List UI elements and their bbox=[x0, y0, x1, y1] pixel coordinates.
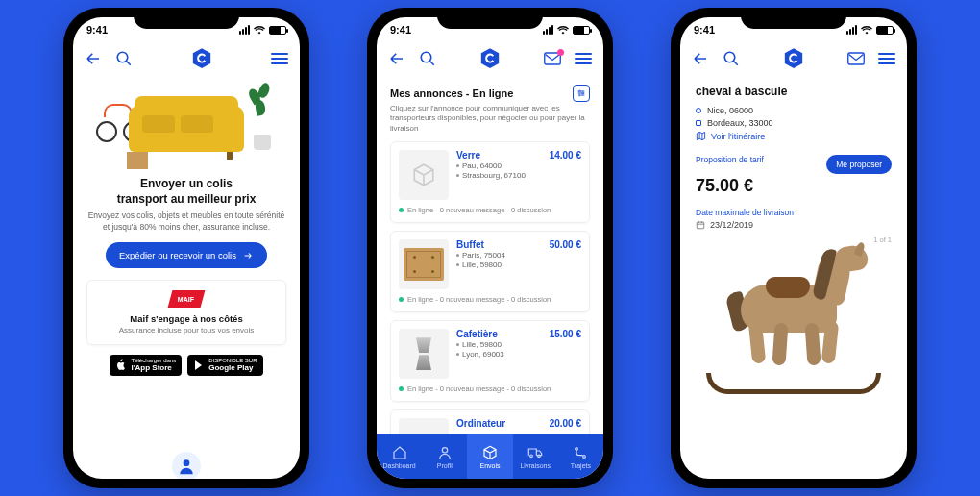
tab-envois[interactable]: Envois bbox=[467, 434, 512, 479]
headline-line2: transport au meilleur prix bbox=[117, 192, 257, 206]
plant-illustration bbox=[246, 83, 279, 150]
headline: Envoyer un colis transport au meilleur p… bbox=[86, 177, 286, 207]
arrow-right-icon bbox=[242, 251, 254, 260]
listings-content: Mes annonces - En ligne Cliquez sur l'an… bbox=[377, 75, 603, 479]
svg-point-8 bbox=[576, 447, 578, 450]
item-title: cheval à bascule bbox=[696, 85, 892, 98]
battery-icon bbox=[876, 26, 894, 35]
svg-point-4 bbox=[579, 90, 581, 92]
status-time: 9:41 bbox=[694, 24, 715, 36]
headline-line1: Envoyer un colis bbox=[140, 177, 233, 190]
svg-point-7 bbox=[442, 447, 447, 452]
listing-thumb-buffet bbox=[399, 239, 449, 289]
svg-rect-11 bbox=[848, 53, 865, 64]
tab-profil[interactable]: Profil bbox=[422, 434, 467, 479]
sub-headline: Envoyez vos colis, objets et meubles en … bbox=[86, 211, 286, 233]
wifi-icon bbox=[254, 25, 265, 35]
listing-thumb-cafetiere bbox=[399, 329, 449, 379]
calendar-icon bbox=[696, 220, 705, 230]
online-dot-icon bbox=[399, 297, 404, 302]
deadline-value: 23/12/2019 bbox=[696, 220, 892, 230]
cta-label: Expédier ou recevoir un colis bbox=[119, 250, 236, 260]
back-icon[interactable] bbox=[692, 50, 709, 67]
propose-button[interactable]: Me proposer bbox=[826, 155, 892, 174]
wifi-icon bbox=[861, 25, 872, 35]
filter-icon[interactable] bbox=[573, 85, 590, 102]
svg-point-9 bbox=[583, 455, 586, 458]
search-icon[interactable] bbox=[723, 50, 740, 67]
listing-title: Buffet bbox=[456, 239, 484, 250]
signal-icon bbox=[543, 25, 553, 35]
search-icon[interactable] bbox=[115, 50, 133, 67]
googleplay-badge[interactable]: DISPONIBLE SURGoogle Play bbox=[187, 355, 262, 375]
view-itinerary-link[interactable]: Voir l'itinéraire bbox=[696, 131, 892, 141]
notch bbox=[134, 8, 239, 29]
listing-price: 14.00 € bbox=[550, 150, 581, 161]
origin-dot-icon bbox=[696, 108, 701, 113]
package-icon bbox=[482, 445, 498, 460]
appstore-badge[interactable]: Télécharger dansl'App Store bbox=[110, 355, 182, 375]
app-logo bbox=[192, 48, 211, 69]
listing-card[interactable]: Cafetière15.00 € Lille, 59800 Lyon, 6900… bbox=[390, 320, 590, 402]
primary-cta-button[interactable]: Expédier ou recevoir un colis bbox=[106, 242, 267, 268]
home-content: Envoyer un colis transport au meilleur p… bbox=[73, 75, 300, 479]
svg-point-10 bbox=[724, 52, 735, 62]
phone-frame-3: 9:41 cheval à bascule Nice, 06000 Bordea… bbox=[671, 8, 917, 488]
notch bbox=[437, 8, 543, 29]
mail-icon[interactable] bbox=[847, 52, 865, 65]
listing-thumb-placeholder bbox=[399, 150, 449, 200]
maif-sub: Assurance incluse pour tous vos envois bbox=[97, 326, 276, 335]
detail-content: cheval à bascule Nice, 06000 Bordeaux, 3… bbox=[680, 75, 907, 479]
notch bbox=[741, 8, 846, 29]
box-illustration bbox=[127, 152, 148, 169]
status-right bbox=[239, 25, 286, 35]
svg-point-5 bbox=[582, 92, 584, 94]
listing-title: Verre bbox=[456, 150, 480, 161]
online-dot-icon bbox=[399, 386, 404, 391]
listing-title: Ordinateur bbox=[456, 418, 505, 429]
menu-icon[interactable] bbox=[575, 53, 592, 64]
truck-icon bbox=[527, 445, 543, 460]
mail-icon[interactable] bbox=[544, 52, 561, 65]
signal-icon bbox=[846, 25, 857, 35]
route-to: Bordeaux, 33000 bbox=[696, 118, 892, 128]
status-time: 9:41 bbox=[390, 24, 411, 36]
listing-title: Cafetière bbox=[456, 329, 498, 339]
item-photo-rocking-horse[interactable] bbox=[702, 246, 885, 400]
tab-livraisons[interactable]: Livraisons bbox=[513, 434, 558, 479]
listing-to: Strasbourg, 67100 bbox=[456, 171, 581, 180]
listing-card[interactable]: Verre14.00 € Pau, 64000 Strasbourg, 6710… bbox=[390, 141, 590, 223]
support-avatar[interactable] bbox=[170, 450, 203, 479]
screen-detail: 9:41 cheval à bascule Nice, 06000 Bordea… bbox=[680, 17, 907, 479]
wifi-icon bbox=[557, 25, 569, 35]
store-badges: Télécharger dansl'App Store DISPONIBLE S… bbox=[86, 355, 286, 375]
listing-status: En ligne - 0 nouveau message - 0 discuss… bbox=[399, 384, 581, 393]
home-icon bbox=[392, 445, 407, 460]
top-bar bbox=[73, 42, 300, 75]
listing-status: En ligne - 0 nouveau message - 0 discuss… bbox=[399, 206, 581, 214]
package-icon bbox=[411, 162, 436, 187]
back-icon[interactable] bbox=[388, 50, 405, 67]
maif-logo: MAIF bbox=[168, 290, 206, 308]
svg-point-0 bbox=[117, 52, 128, 62]
tab-dashboard[interactable]: Dashboard bbox=[377, 434, 422, 479]
map-icon bbox=[696, 131, 706, 141]
search-icon[interactable] bbox=[419, 50, 436, 67]
battery-icon bbox=[573, 26, 590, 35]
signal-icon bbox=[239, 25, 250, 35]
couch-illustration bbox=[129, 106, 244, 152]
app-logo bbox=[784, 48, 803, 69]
menu-icon[interactable] bbox=[271, 53, 288, 64]
back-icon[interactable] bbox=[85, 50, 102, 67]
listing-price: 20.00 € bbox=[550, 418, 581, 429]
tab-trajets[interactable]: Trajets bbox=[558, 434, 603, 479]
listing-price: 15.00 € bbox=[550, 329, 581, 339]
price-value: 75.00 € bbox=[696, 176, 892, 196]
hero-illustration bbox=[86, 83, 286, 169]
svg-point-2 bbox=[421, 52, 431, 62]
tab-bar: Dashboard Profil Envois Livraisons Traje… bbox=[377, 434, 603, 479]
listing-card[interactable]: Buffet50.00 € Paris, 75004 Lille, 59800 … bbox=[390, 231, 590, 312]
person-icon bbox=[437, 445, 453, 460]
svg-point-1 bbox=[184, 459, 190, 466]
menu-icon[interactable] bbox=[878, 53, 895, 64]
